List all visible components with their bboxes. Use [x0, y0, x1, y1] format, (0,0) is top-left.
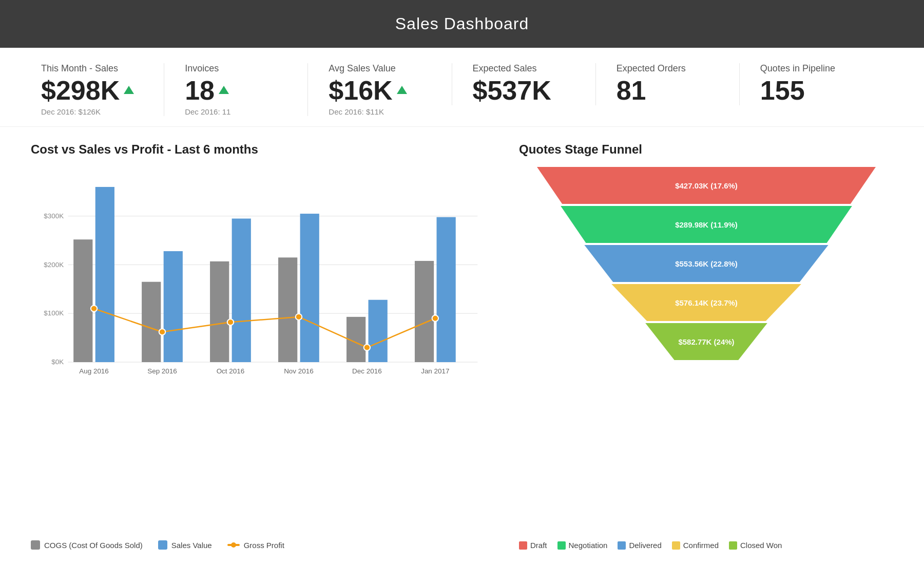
kpi-expected-sales: Expected Sales$537K [452, 63, 595, 105]
sales-bar-2 [232, 219, 251, 362]
kpi-label-avg-sales-value: Avg Sales Value [329, 63, 451, 74]
profit-point-5 [432, 315, 438, 322]
cogs-bar-3 [278, 258, 297, 363]
svg-text:Sep 2016: Sep 2016 [147, 367, 177, 375]
funnel-label-confirmed: $576.14K (23.7%) [675, 298, 738, 307]
dashboard-header: Sales Dashboard [0, 0, 924, 48]
cogs-bar-1 [142, 282, 161, 362]
svg-text:Oct 2016: Oct 2016 [217, 367, 245, 375]
main-content: Cost vs Sales vs Profit - Last 6 months … [0, 127, 924, 565]
kpi-row: This Month - Sales$298KDec 2016: $126KIn… [0, 48, 924, 127]
funnel-legend-item-draft: Draft [519, 541, 547, 550]
funnel-label-closed-won: $582.77K (24%) [678, 337, 734, 346]
kpi-sub-this-month-sales: Dec 2016: $126K [41, 107, 164, 116]
funnel-legend-color-closed-won [729, 541, 737, 550]
funnel-legend-item-confirmed: Confirmed [672, 541, 719, 550]
kpi-value-quotes-in-pipeline: 155 [760, 76, 805, 105]
bar-chart-section: Cost vs Sales vs Profit - Last 6 months … [31, 142, 488, 550]
cogs-bar-0 [73, 239, 92, 362]
legend-color-box [31, 540, 40, 550]
kpi-sub-invoices: Dec 2016: 11 [185, 107, 307, 116]
kpi-quotes-in-pipeline: Quotes in Pipeline155 [739, 63, 883, 105]
svg-text:$0K: $0K [51, 358, 64, 366]
kpi-expected-orders: Expected Orders81 [595, 63, 739, 105]
sales-bar-5 [437, 217, 456, 362]
funnel-legend-color-confirmed [672, 541, 680, 550]
dashboard-title: Sales Dashboard [395, 14, 529, 33]
svg-text:Jan 2017: Jan 2017 [421, 367, 449, 375]
profit-point-3 [296, 314, 302, 320]
kpi-arrow-avg-sales-value [397, 86, 407, 94]
svg-text:$300K: $300K [44, 212, 64, 220]
kpi-arrow-this-month-sales [124, 86, 134, 94]
funnel-legend-color-negotiation [557, 541, 566, 550]
funnel-legend-item-closed-won: Closed Won [729, 541, 782, 550]
legend-item-cogs-(cost-of-goods-sold): COGS (Cost Of Goods Sold) [31, 540, 143, 550]
legend-item-sales-value: Sales Value [158, 540, 212, 550]
funnel-legend-item-delivered: Delivered [618, 541, 661, 550]
kpi-label-this-month-sales: This Month - Sales [41, 63, 164, 74]
cogs-bar-5 [415, 261, 434, 362]
legend-item-gross-profit: Gross Profit [227, 541, 284, 550]
funnel-legend-label-negotiation: Negotiation [569, 541, 608, 550]
kpi-value-row-expected-sales: $537K [473, 76, 595, 105]
kpi-value-row-expected-orders: 81 [617, 76, 739, 105]
bar-chart-container: $0K$100K$200K$300KAug 2016Sep 2016Oct 20… [31, 167, 488, 533]
kpi-value-this-month-sales: $298K [41, 76, 120, 105]
kpi-value-avg-sales-value: $16K [329, 76, 392, 105]
profit-point-1 [159, 329, 165, 335]
profit-point-4 [364, 345, 370, 351]
sales-bar-0 [95, 187, 114, 362]
legend-label: Sales Value [171, 541, 212, 550]
bar-chart-svg: $0K$100K$200K$300KAug 2016Sep 2016Oct 20… [31, 167, 488, 393]
funnel-label-delivered: $553.56K (22.8%) [675, 259, 738, 268]
legend-line-indicator [227, 544, 240, 546]
legend-label: Gross Profit [244, 541, 284, 550]
legend-label: COGS (Cost Of Goods Sold) [44, 541, 143, 550]
kpi-value-row-avg-sales-value: $16K [329, 76, 451, 105]
profit-point-2 [227, 319, 234, 326]
kpi-value-row-quotes-in-pipeline: 155 [760, 76, 883, 105]
funnel-legend-item-negotiation: Negotiation [557, 541, 608, 550]
legend-color-box [158, 540, 167, 550]
kpi-this-month-sales: This Month - Sales$298KDec 2016: $126K [41, 63, 164, 116]
svg-text:$100K: $100K [44, 310, 64, 317]
svg-text:Dec 2016: Dec 2016 [352, 367, 382, 375]
svg-text:Aug 2016: Aug 2016 [79, 367, 109, 375]
sales-bar-3 [300, 214, 319, 362]
sales-bar-4 [369, 300, 388, 362]
bar-chart-title: Cost vs Sales vs Profit - Last 6 months [31, 142, 488, 157]
funnel-label-negotiation: $289.98K (11.9%) [675, 220, 738, 229]
funnel-legend-color-delivered [618, 541, 626, 550]
funnel-legend: DraftNegotiationDeliveredConfirmedClosed… [519, 541, 893, 550]
funnel-legend-label-confirmed: Confirmed [683, 541, 719, 550]
funnel-legend-color-draft [519, 541, 527, 550]
kpi-label-invoices: Invoices [185, 63, 307, 74]
kpi-value-row-invoices: 18 [185, 76, 307, 105]
kpi-value-expected-sales: $537K [473, 76, 551, 105]
cogs-bar-2 [210, 261, 229, 362]
profit-point-0 [91, 306, 97, 312]
funnel-title: Quotes Stage Funnel [519, 142, 893, 157]
kpi-invoices: Invoices18Dec 2016: 11 [164, 63, 307, 116]
funnel-legend-label-delivered: Delivered [629, 541, 661, 550]
funnel-container: $427.03K (17.6%)$289.98K (11.9%)$553.56K… [519, 167, 893, 532]
kpi-sub-avg-sales-value: Dec 2016: $11K [329, 107, 451, 116]
funnel-legend-label-draft: Draft [530, 541, 547, 550]
funnel-section: Quotes Stage Funnel $427.03K (17.6%)$289… [519, 142, 893, 550]
kpi-label-expected-orders: Expected Orders [617, 63, 739, 74]
svg-text:Nov 2016: Nov 2016 [284, 367, 314, 375]
funnel-legend-label-closed-won: Closed Won [740, 541, 782, 550]
kpi-value-invoices: 18 [185, 76, 215, 105]
chart-legend: COGS (Cost Of Goods Sold)Sales ValueGros… [31, 540, 488, 550]
funnel-label-draft: $427.03K (17.6%) [675, 181, 738, 190]
kpi-avg-sales-value: Avg Sales Value$16KDec 2016: $11K [307, 63, 451, 116]
svg-text:$200K: $200K [44, 261, 64, 269]
dashboard: Sales Dashboard This Month - Sales$298KD… [0, 0, 924, 565]
kpi-value-expected-orders: 81 [617, 76, 646, 105]
kpi-arrow-invoices [219, 86, 229, 94]
kpi-label-quotes-in-pipeline: Quotes in Pipeline [760, 63, 883, 74]
sales-bar-1 [164, 251, 183, 362]
funnel-svg: $427.03K (17.6%)$289.98K (11.9%)$553.56K… [532, 167, 881, 383]
kpi-label-expected-sales: Expected Sales [473, 63, 595, 74]
